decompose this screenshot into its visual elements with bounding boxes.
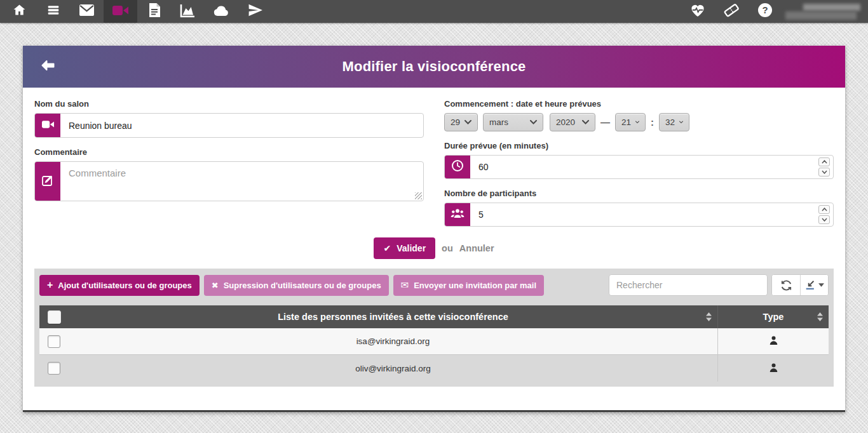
chevron-down-icon	[635, 120, 639, 124]
table-tools-group	[771, 274, 829, 296]
duration-label: Durée prévue (en minutes)	[444, 141, 834, 150]
clock-icon	[451, 159, 464, 175]
date-time-separator: —	[600, 117, 610, 128]
spin-down-button[interactable]	[818, 215, 830, 224]
caret-down-icon	[818, 283, 824, 287]
form-left-column: Nom du salon Commentaire	[34, 97, 424, 227]
nav-home[interactable]	[3, 0, 36, 23]
duration-spinner	[818, 157, 830, 177]
invitees-table: Liste des personnes invitées à cette vis…	[39, 305, 829, 382]
header-type-cell[interactable]: Type	[717, 305, 829, 328]
participants-spinner	[818, 205, 830, 224]
sort-type-control[interactable]	[817, 312, 823, 321]
room-name-label: Nom du salon	[34, 99, 424, 109]
redacted-text-line	[803, 4, 860, 11]
room-name-input[interactable]	[60, 114, 423, 137]
hour-value: 21	[621, 117, 631, 127]
row-check-cell	[39, 355, 69, 382]
send-icon	[248, 3, 263, 20]
refresh-icon	[780, 279, 792, 291]
hour-select[interactable]: 21	[615, 113, 646, 131]
minute-value: 32	[665, 117, 675, 127]
row-checkbox[interactable]	[48, 335, 60, 348]
add-users-button[interactable]: + Ajout d'utilisateurs ou de groupes	[39, 275, 200, 296]
top-navbar: ?	[0, 0, 868, 23]
navbar-right: ?	[681, 0, 865, 23]
validate-button[interactable]: ✔ Valider	[374, 237, 435, 259]
nav-videoconference[interactable]	[104, 0, 137, 23]
invitees-column-title: Liste des personnes invitées à cette vis…	[278, 312, 508, 322]
nav-send[interactable]	[238, 0, 272, 23]
nav-health[interactable]	[681, 0, 714, 23]
cancel-link[interactable]: Annuler	[459, 243, 494, 253]
edit-pencil-addon	[35, 162, 60, 201]
page-title: Modifier la visioconférence	[342, 58, 526, 75]
chevron-down-icon	[465, 120, 471, 124]
users-addon	[445, 203, 470, 226]
spin-up-button[interactable]	[818, 205, 830, 214]
duration-input[interactable]	[470, 156, 833, 178]
year-select[interactable]: 2020	[550, 113, 595, 131]
app-screen: ? Modifier la visioconférence	[0, 0, 868, 433]
table-row[interactable]: oliv@virkingraid.org	[39, 355, 829, 382]
or-text: ou	[442, 243, 453, 253]
conference-form: Nom du salon Commentaire	[23, 88, 845, 227]
resize-handle[interactable]	[415, 192, 422, 199]
participants-input[interactable]	[470, 203, 833, 226]
back-button[interactable]	[39, 58, 57, 76]
spin-down-button[interactable]	[818, 168, 830, 177]
nav-mail[interactable]	[70, 0, 104, 23]
sort-invitees-control[interactable]	[706, 312, 712, 321]
row-checkbox[interactable]	[48, 362, 60, 375]
comment-label: Commentaire	[34, 147, 424, 157]
clock-addon	[445, 156, 470, 178]
chevron-up-icon	[822, 160, 827, 164]
user-account-redacted[interactable]	[785, 3, 860, 20]
sort-icon	[817, 312, 823, 321]
duration-group	[444, 155, 834, 179]
day-value: 29	[451, 117, 460, 127]
row-type-cell	[717, 355, 829, 382]
cross-icon: ✖	[212, 281, 219, 290]
spin-up-button[interactable]	[818, 157, 830, 166]
check-icon: ✔	[383, 243, 391, 253]
start-datetime-row: 29 mars 2020 — 21	[444, 113, 834, 131]
header-main-cell[interactable]: Liste des personnes invitées à cette vis…	[69, 305, 717, 328]
user-person-icon	[770, 336, 778, 347]
export-button[interactable]	[800, 275, 828, 295]
nav-help[interactable]: ?	[748, 0, 782, 23]
user-person-icon	[770, 363, 778, 374]
nav-statistics[interactable]	[171, 0, 205, 23]
start-datetime-label: Commencement : date et heure prévues	[444, 99, 834, 109]
add-users-label: Ajout d'utilisateurs ou de groupes	[58, 281, 191, 290]
chart-icon	[180, 3, 196, 20]
nav-tickets[interactable]	[714, 0, 748, 23]
participants-toolbar: + Ajout d'utilisateurs ou de groupes ✖ S…	[39, 274, 829, 296]
send-invitation-button[interactable]: ✉ Envoyer une invitation par mail	[393, 275, 544, 296]
comment-group	[34, 161, 424, 201]
chevron-down-icon	[822, 170, 827, 174]
nav-menu[interactable]	[36, 0, 70, 23]
nav-documents[interactable]	[137, 0, 171, 23]
arrow-left-icon	[39, 58, 57, 76]
users-group-icon	[451, 208, 465, 222]
day-select[interactable]: 29	[444, 113, 478, 131]
comment-textarea[interactable]	[60, 162, 423, 201]
validate-label: Valider	[397, 243, 426, 253]
remove-users-button[interactable]: ✖ Supression d'utilisateurs ou de groupe…	[204, 275, 389, 296]
search-input[interactable]	[609, 274, 768, 296]
select-all-checkbox[interactable]	[48, 310, 61, 324]
chevron-down-icon	[679, 120, 683, 124]
minute-select[interactable]: 32	[659, 113, 689, 131]
room-name-group	[34, 113, 424, 138]
month-select[interactable]: mars	[483, 113, 543, 131]
form-right-column: Commencement : date et heure prévues 29 …	[444, 97, 834, 227]
page-background: Modifier la visioconférence Nom du salon	[0, 23, 868, 433]
refresh-button[interactable]	[772, 275, 800, 295]
plus-icon: +	[47, 279, 53, 291]
nav-cloud[interactable]	[205, 0, 238, 23]
chevron-up-icon	[822, 208, 827, 211]
form-actions: ✔ Valider ou Annuler	[23, 237, 845, 259]
row-email-cell: oliv@virkingraid.org	[69, 355, 717, 382]
table-row[interactable]: isa@virkingraid.org	[39, 328, 829, 355]
